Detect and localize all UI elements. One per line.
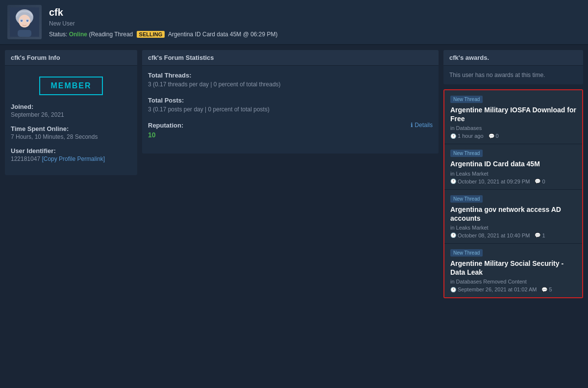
details-label[interactable]: Details xyxy=(415,122,433,129)
thread-meta-3: 🕐 October 08, 2021 at 10:40 PM 💬 1 xyxy=(450,233,576,238)
status-activity: (Reading Thread xyxy=(89,31,133,38)
comment-icon-2: 💬 xyxy=(535,179,540,184)
profile-username: cfk xyxy=(49,7,278,18)
clock-icon-4: 🕐 xyxy=(450,287,456,292)
copy-permalink-link[interactable]: [Copy Profile Permalink] xyxy=(42,155,105,162)
status-prefix: Status: xyxy=(49,31,67,38)
thread-comments-value-2: 0 xyxy=(542,179,545,184)
forum-info-box: cfk's Forum Info MEMBER Joined: Septembe… xyxy=(5,50,137,175)
avatar xyxy=(7,5,42,39)
thread-time-value-4: September 26, 2021 at 01:02 AM xyxy=(458,286,537,292)
forum-stats-box: cfk's Forum Statistics Total Threads: 3 … xyxy=(142,50,439,154)
thread-time-value-3: October 08, 2021 at 10:40 PM xyxy=(458,233,530,238)
thread-card-2[interactable]: New Thread Argentina ID Card data 45M in… xyxy=(444,144,582,189)
thread-meta-4: 🕐 September 26, 2021 at 01:02 AM 💬 5 xyxy=(450,286,576,292)
middle-column: cfk's Forum Statistics Total Threads: 3 … xyxy=(142,50,439,158)
profile-info: cfk New User Status: Online (Reading Thr… xyxy=(49,7,278,38)
thread-time-1: 🕐 1 hour ago xyxy=(450,133,484,139)
clock-icon-2: 🕐 xyxy=(450,179,456,184)
thread-title-4[interactable]: Argentine Military Social Security - Dat… xyxy=(450,259,576,277)
awards-box: cfk's awards. This user has no awards at… xyxy=(443,50,583,84)
posts-label: Total Posts: xyxy=(148,97,433,104)
forum-info-header: cfk's Forum Info xyxy=(5,50,137,66)
joined-info: Joined: September 26, 2021 xyxy=(11,103,131,118)
threads-container: New Thread Argentine Military IOSFA Down… xyxy=(443,89,583,298)
uid-value: 122181047 [Copy Profile Permalink] xyxy=(11,155,131,162)
svg-rect-9 xyxy=(18,30,31,37)
time-value: 7 Hours, 10 Minutes, 28 Seconds xyxy=(11,133,131,140)
right-column: cfk's awards. This user has no awards at… xyxy=(443,50,583,298)
thread-badge-1: New Thread xyxy=(450,96,483,103)
reputation-value: 10 xyxy=(148,131,183,139)
profile-status: Status: Online (Reading Thread SELLING A… xyxy=(49,31,278,38)
uid-label: User Identifier: xyxy=(11,147,131,155)
uid-info: User Identifier: 122181047 [Copy Profile… xyxy=(11,147,131,162)
details-link[interactable]: ℹ Details xyxy=(411,122,433,129)
thread-meta-1: 🕐 1 hour ago 💬 0 xyxy=(450,133,576,139)
thread-badge-3: New Thread xyxy=(450,195,483,203)
thread-title-1[interactable]: Argentine Military IOSFA Download for Fr… xyxy=(450,105,576,123)
comment-icon: 💬 xyxy=(489,133,494,139)
thread-category-2: in Leaks Market xyxy=(450,171,576,177)
thread-comments-1: 💬 0 xyxy=(489,133,499,139)
comment-icon-3: 💬 xyxy=(535,233,540,238)
left-column: cfk's Forum Info MEMBER Joined: Septembe… xyxy=(5,50,137,180)
thread-time-2: 🕐 October 10, 2021 at 09:29 PM xyxy=(450,179,530,184)
forum-info-content: MEMBER Joined: September 26, 2021 Time S… xyxy=(5,66,137,175)
time-label: Time Spent Online: xyxy=(11,125,131,132)
joined-value: September 26, 2021 xyxy=(11,111,131,118)
joined-label: Joined: xyxy=(11,103,131,110)
thread-badge-4: New Thread xyxy=(450,249,483,257)
awards-empty-text: This user has no awards at this time. xyxy=(443,66,583,84)
thread-comments-4: 💬 5 xyxy=(541,286,552,292)
status-online-text: Online xyxy=(69,31,87,38)
profile-role: New User xyxy=(49,20,278,27)
forum-stats-header: cfk's Forum Statistics xyxy=(142,50,439,66)
threads-value: 3 (0.17 threads per day | 0 percent of t… xyxy=(148,81,433,88)
thread-comments-value-1: 0 xyxy=(496,133,499,139)
thread-comments-value-4: 5 xyxy=(549,286,552,292)
thread-comments-2: 💬 0 xyxy=(535,179,545,184)
reputation-left: Reputation: 10 xyxy=(148,122,183,139)
threads-label: Total Threads: xyxy=(148,72,433,79)
thread-card-3[interactable]: New Thread Argentina gov network access … xyxy=(444,190,582,244)
posts-value: 3 (0.17 posts per day | 0 percent of tot… xyxy=(148,106,433,113)
thread-comments-value-3: 1 xyxy=(542,233,545,238)
member-badge: MEMBER xyxy=(39,77,103,95)
reputation-row: Reputation: 10 ℹ Details xyxy=(148,122,433,139)
thread-time-3: 🕐 October 08, 2021 at 10:40 PM xyxy=(450,233,530,238)
thread-category-1: in Databases xyxy=(450,125,576,131)
info-icon: ℹ xyxy=(411,122,413,129)
forum-stats-content: Total Threads: 3 (0.17 threads per day |… xyxy=(142,66,439,154)
clock-icon: 🕐 xyxy=(450,133,456,139)
svg-point-7 xyxy=(21,20,22,21)
thread-title-2[interactable]: Argentina ID Card data 45M xyxy=(450,159,576,168)
svg-point-8 xyxy=(27,20,28,21)
status-detail: Argentina ID Card data 45M @ 06:29 PM) xyxy=(168,31,278,38)
thread-comments-3: 💬 1 xyxy=(535,233,545,238)
awards-header: cfk's awards. xyxy=(443,50,583,66)
clock-icon-3: 🕐 xyxy=(450,233,456,238)
thread-title-3[interactable]: Argentina gov network access AD accounts xyxy=(450,205,576,223)
thread-category-4: in Databases Removed Content xyxy=(450,279,576,285)
main-layout: cfk's Forum Info MEMBER Joined: Septembe… xyxy=(0,45,588,303)
thread-time-value-1: 1 hour ago xyxy=(458,133,484,139)
thread-card-4[interactable]: New Thread Argentine Military Social Sec… xyxy=(444,244,582,297)
status-selling-badge: SELLING xyxy=(137,31,165,38)
reputation-label: Reputation: xyxy=(148,122,183,129)
reputation-stat: Reputation: 10 ℹ Details xyxy=(148,122,433,139)
thread-meta-2: 🕐 October 10, 2021 at 09:29 PM 💬 0 xyxy=(450,179,576,184)
comment-icon-4: 💬 xyxy=(541,287,547,292)
total-threads-stat: Total Threads: 3 (0.17 threads per day |… xyxy=(148,72,433,88)
total-posts-stat: Total Posts: 3 (0.17 posts per day | 0 p… xyxy=(148,97,433,113)
profile-header: cfk New User Status: Online (Reading Thr… xyxy=(0,0,588,45)
thread-card-1[interactable]: New Thread Argentine Military IOSFA Down… xyxy=(444,90,582,144)
time-online-info: Time Spent Online: 7 Hours, 10 Minutes, … xyxy=(11,125,131,140)
thread-time-value-2: October 10, 2021 at 09:29 PM xyxy=(458,179,530,184)
thread-time-4: 🕐 September 26, 2021 at 01:02 AM xyxy=(450,286,537,292)
thread-badge-2: New Thread xyxy=(450,150,483,157)
thread-category-3: in Leaks Market xyxy=(450,225,576,231)
